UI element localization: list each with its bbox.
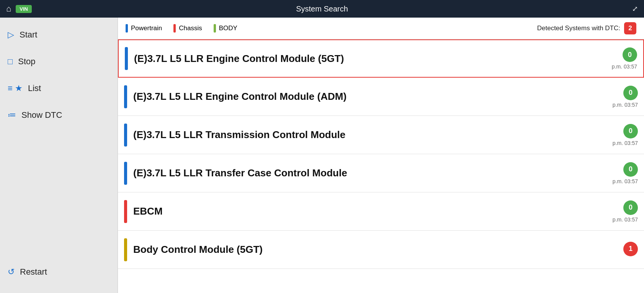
filter-body[interactable]: BODY bbox=[214, 24, 237, 33]
sidebar-item-stop[interactable]: □ Stop bbox=[0, 48, 118, 75]
home-icon[interactable]: ⌂ bbox=[6, 4, 11, 14]
powertrain-dot bbox=[126, 24, 128, 33]
chassis-label: Chassis bbox=[179, 24, 202, 32]
system-name-5: EBCM bbox=[133, 205, 606, 217]
color-bar-5 bbox=[124, 200, 127, 223]
layout: ▷ Start □ Stop ≡ ★ List ≔ Show DTC ↺ Res… bbox=[0, 18, 644, 293]
detected-systems: Detected Systems with DTC: 2 bbox=[537, 22, 636, 34]
timestamp-4: p.m. 03:57 bbox=[613, 178, 638, 184]
system-right-4: 0 p.m. 03:57 bbox=[613, 162, 638, 184]
color-bar-2 bbox=[124, 85, 127, 108]
dtc-count-badge: 2 bbox=[624, 22, 636, 34]
count-badge-2: 0 bbox=[623, 86, 638, 100]
timestamp-2: p.m. 03:57 bbox=[613, 102, 638, 108]
system-row-2[interactable]: (E)3.7L L5 LLR Engine Control Module (AD… bbox=[118, 78, 644, 116]
system-right-6: 1 bbox=[623, 242, 638, 258]
timestamp-1: p.m. 03:57 bbox=[612, 63, 637, 70]
powertrain-label: Powertrain bbox=[131, 24, 162, 32]
system-name-1: (E)3.7L L5 LLR Engine Control Module (5G… bbox=[134, 53, 606, 65]
sidebar-item-restart[interactable]: ↺ Restart bbox=[0, 259, 118, 285]
sidebar-item-list[interactable]: ≡ ★ List bbox=[0, 75, 118, 102]
expand-icon[interactable]: ⤢ bbox=[632, 5, 638, 13]
vin-badge[interactable]: VIN bbox=[16, 5, 32, 13]
chassis-dot bbox=[173, 24, 176, 33]
sidebar-restart-label: Restart bbox=[20, 267, 47, 277]
system-right-1: 0 p.m. 03:57 bbox=[612, 47, 637, 70]
system-right-2: 0 p.m. 03:57 bbox=[613, 86, 638, 108]
system-name-2: (E)3.7L L5 LLR Engine Control Module (AD… bbox=[133, 91, 606, 103]
color-bar-1 bbox=[125, 47, 128, 70]
count-badge-4: 0 bbox=[623, 162, 638, 177]
system-list: (E)3.7L L5 LLR Engine Control Module (5G… bbox=[118, 39, 644, 293]
system-row-5[interactable]: EBCM 0 p.m. 03:57 bbox=[118, 192, 644, 231]
count-badge-3: 0 bbox=[623, 124, 638, 138]
list-icon: ≡ ★ bbox=[8, 83, 23, 93]
stop-icon: □ bbox=[8, 57, 13, 67]
count-badge-1: 0 bbox=[623, 47, 637, 62]
sidebar-stop-label: Stop bbox=[18, 57, 35, 67]
show-dtc-icon: ≔ bbox=[8, 110, 16, 120]
sidebar-show-dtc-label: Show DTC bbox=[21, 110, 62, 120]
sidebar-item-show-dtc[interactable]: ≔ Show DTC bbox=[0, 102, 118, 129]
body-label: BODY bbox=[219, 24, 237, 32]
header: ⌂ VIN System Search ⤢ bbox=[0, 0, 644, 18]
system-row-3[interactable]: (E)3.7L L5 LLR Transmission Control Modu… bbox=[118, 116, 644, 154]
sidebar: ▷ Start □ Stop ≡ ★ List ≔ Show DTC ↺ Res… bbox=[0, 18, 118, 293]
color-bar-3 bbox=[124, 124, 127, 146]
count-badge-5: 0 bbox=[623, 200, 638, 215]
system-row-1[interactable]: (E)3.7L L5 LLR Engine Control Module (5G… bbox=[118, 39, 644, 78]
body-dot bbox=[214, 24, 216, 33]
system-right-5: 0 p.m. 03:57 bbox=[613, 200, 638, 223]
system-name-4: (E)3.7L L5 LLR Transfer Case Control Mod… bbox=[133, 167, 606, 179]
sidebar-list-label: List bbox=[28, 83, 41, 93]
color-bar-6 bbox=[124, 238, 127, 261]
system-row-4[interactable]: (E)3.7L L5 LLR Transfer Case Control Mod… bbox=[118, 154, 644, 192]
restart-icon: ↺ bbox=[8, 267, 15, 277]
timestamp-3: p.m. 03:57 bbox=[613, 140, 638, 146]
sidebar-bottom: ↺ Restart bbox=[0, 259, 118, 293]
color-bar-4 bbox=[124, 162, 127, 185]
count-badge-6: 1 bbox=[623, 242, 638, 256]
main-content: Powertrain Chassis BODY Detected Systems… bbox=[118, 18, 644, 293]
start-icon: ▷ bbox=[8, 30, 14, 40]
sidebar-item-start[interactable]: ▷ Start bbox=[0, 21, 118, 48]
system-right-3: 0 p.m. 03:57 bbox=[613, 124, 638, 146]
system-row-6[interactable]: Body Control Module (5GT) 1 bbox=[118, 231, 644, 269]
timestamp-5: p.m. 03:57 bbox=[613, 216, 638, 223]
page-title: System Search bbox=[296, 5, 348, 13]
sidebar-start-label: Start bbox=[20, 30, 37, 40]
system-name-6: Body Control Module (5GT) bbox=[133, 244, 617, 256]
system-name-3: (E)3.7L L5 LLR Transmission Control Modu… bbox=[133, 129, 606, 141]
filter-powertrain[interactable]: Powertrain bbox=[126, 24, 162, 33]
filter-chassis[interactable]: Chassis bbox=[173, 24, 202, 33]
sidebar-spacer bbox=[0, 129, 118, 259]
filter-bar: Powertrain Chassis BODY Detected Systems… bbox=[118, 18, 644, 39]
detected-label: Detected Systems with DTC: bbox=[537, 24, 620, 32]
